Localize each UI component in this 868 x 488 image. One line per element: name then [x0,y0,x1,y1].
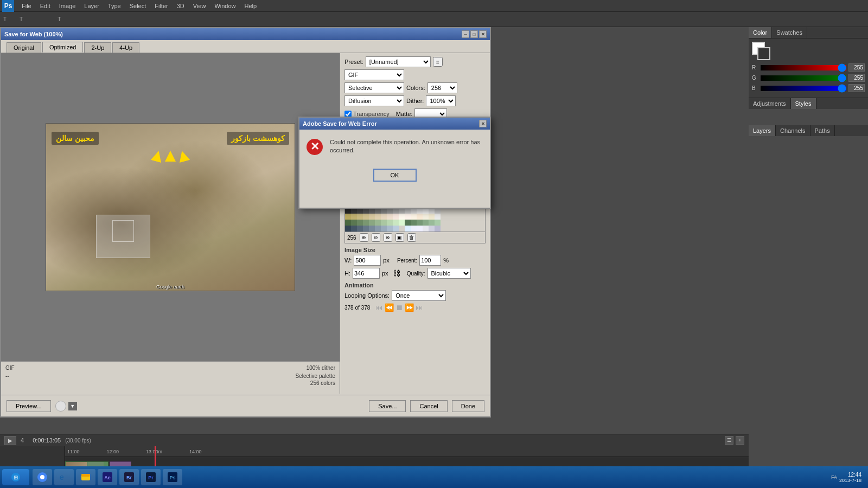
g-slider[interactable] [761,75,846,81]
colors-select[interactable]: 256 [427,82,457,93]
play-stop-btn[interactable]: ⏹ [395,303,403,312]
palette-cell[interactable] [357,220,363,226]
palette-btn-2[interactable]: ⊘ [372,233,380,242]
palette-btn-3[interactable]: ⊗ [384,233,392,242]
format-select[interactable]: GIF [344,69,404,80]
palette-btn-1[interactable]: ⊕ [360,233,368,242]
adjustments-tab[interactable]: Adjustments [749,98,791,109]
timeline-add-btn[interactable]: + [736,436,744,445]
palette-cell[interactable] [405,214,411,220]
palette-cell[interactable] [363,220,369,226]
palette-cell[interactable] [375,226,381,232]
channels-tab[interactable]: Channels [776,125,810,136]
palette-cell[interactable] [351,220,357,226]
palette-cell[interactable] [369,226,375,232]
taskbar-app-ie[interactable]: e [54,469,74,485]
paths-tab[interactable]: Paths [810,125,835,136]
menu-edit[interactable]: Edit [36,0,55,12]
menu-type[interactable]: Type [104,0,125,12]
play-prev-btn[interactable]: ⏪ [385,303,394,312]
palette-cell[interactable] [357,214,363,220]
palette-cell[interactable] [429,226,435,232]
palette-cell[interactable] [387,214,393,220]
menu-select[interactable]: Select [125,0,151,12]
tab-2up[interactable]: 2-Up [84,42,111,53]
palette-btn-5[interactable]: 🗑 [407,233,416,242]
quality-select[interactable]: Bicubic [427,268,471,279]
palette-cell[interactable] [375,214,381,220]
preview-button[interactable]: Preview... [7,400,51,412]
taskbar-app-explorer[interactable] [76,469,95,485]
maximize-button[interactable]: □ [470,30,478,38]
palette-cell[interactable] [363,226,369,232]
palette-cell[interactable] [381,226,387,232]
palette-cell[interactable] [387,226,393,232]
palette-cell[interactable] [375,220,381,226]
taskbar-app-pr[interactable]: Pr [141,469,161,485]
palette-cell[interactable] [435,226,441,232]
palette-cell[interactable] [357,226,363,232]
palette-cell[interactable] [351,226,357,232]
taskbar-app-ps[interactable]: Ps [163,469,182,485]
palette-cell[interactable] [405,226,411,232]
palette-cell[interactable] [381,220,387,226]
palette-cell[interactable] [369,220,375,226]
palette-cell[interactable] [435,214,441,220]
b-value[interactable]: 255 [848,84,865,92]
menu-window[interactable]: Window [210,0,240,12]
tab-4up[interactable]: 4-Up [112,42,139,53]
palette-cell[interactable] [399,220,405,226]
play-next-btn[interactable]: ⏩ [405,303,414,312]
palette-cell[interactable] [387,220,393,226]
error-close-button[interactable]: ✕ [479,120,487,127]
palette-cell[interactable] [345,220,351,226]
close-button[interactable]: ✕ [479,30,487,38]
palette-cell[interactable] [393,220,399,226]
palette-cell[interactable] [393,214,399,220]
palette-cell[interactable] [399,226,405,232]
start-button[interactable]: ⊞ [2,469,29,485]
play-first-btn[interactable]: ⏮ [375,303,383,312]
b-slider[interactable] [761,86,846,91]
swatches-tab[interactable]: Swatches [772,27,807,38]
play-last-btn[interactable]: ⏭ [416,303,423,312]
preset-select[interactable]: [Unnamed] [366,56,431,67]
palette-cell[interactable] [399,214,405,220]
taskbar-app-chrome[interactable] [33,469,52,485]
menu-3d[interactable]: 3D [173,0,189,12]
color-tab[interactable]: Color [749,27,772,38]
palette-cell[interactable] [351,214,357,220]
palette-cell[interactable] [393,226,399,232]
timeline-play-btn[interactable]: ▶ [4,436,16,445]
menu-image[interactable]: Image [55,0,80,12]
menu-layer[interactable]: Layer [80,0,104,12]
taskbar-app-br[interactable]: Br [119,469,139,485]
styles-tab[interactable]: Styles [791,98,816,109]
palette-cell[interactable] [411,214,417,220]
looping-select[interactable]: Once [392,290,446,301]
palette-cell[interactable] [411,220,417,226]
r-slider[interactable] [761,65,846,70]
g-value[interactable]: 255 [848,74,865,82]
palette-cell[interactable] [381,214,387,220]
palette-cell[interactable] [417,214,423,220]
menu-help[interactable]: Help [240,0,261,12]
preset-menu-btn[interactable]: ≡ [433,57,443,67]
menu-filter[interactable]: Filter [150,0,172,12]
percent-input[interactable] [419,255,441,266]
ok-button[interactable]: OK [373,169,417,182]
layers-tab[interactable]: Layers [749,125,776,136]
cancel-button[interactable]: Cancel [410,400,447,412]
timeline-settings-btn[interactable]: ☰ [725,436,733,445]
taskbar-app-ae[interactable]: Ae [98,469,117,485]
dither-type-select[interactable]: Diffusion [344,95,404,106]
width-input[interactable] [354,255,381,266]
minimize-button[interactable]: ─ [462,30,469,38]
palette-cell[interactable] [411,226,417,232]
tab-original[interactable]: Original [7,42,41,53]
done-button[interactable]: Done [452,400,484,412]
palette-cell[interactable] [363,214,369,220]
palette-cell[interactable] [423,220,429,226]
palette-cell[interactable] [369,214,375,220]
palette-cell[interactable] [429,220,435,226]
